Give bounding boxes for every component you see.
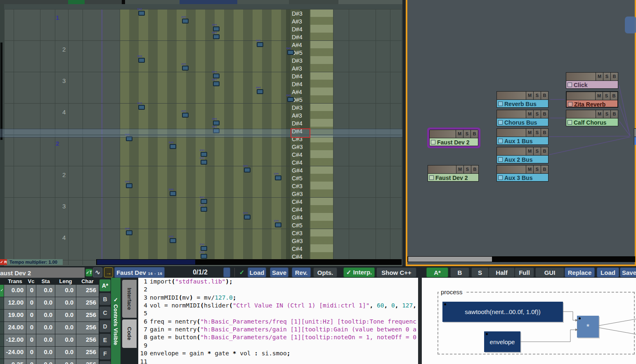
row-check[interactable] — [0, 322, 4, 334]
table-cell[interactable]: -12.00 — [4, 334, 26, 346]
row-check[interactable] — [0, 297, 4, 309]
table-cell[interactable]: 12.00 — [4, 297, 26, 309]
table-cell[interactable]: 0.0 — [55, 285, 76, 297]
mixer-module[interactable]: MSBClick — [566, 72, 618, 89]
half-button[interactable]: Half — [489, 267, 515, 277]
module-checkbox[interactable] — [567, 83, 572, 87]
note-name-cell[interactable]: G#3 — [292, 144, 303, 150]
note-block[interactable] — [213, 34, 220, 39]
note-name-cell[interactable]: A#3 — [292, 112, 302, 119]
mute-button[interactable]: M — [526, 129, 533, 137]
note-block[interactable] — [201, 246, 207, 251]
show-cpp-button[interactable]: Show C++ — [376, 267, 416, 277]
table-cell[interactable]: 0.0 — [55, 310, 76, 321]
solo-button[interactable]: S — [463, 130, 470, 138]
row-check[interactable]: ✓ — [0, 285, 4, 297]
note-name-cell[interactable]: C#4 — [292, 246, 303, 252]
note-name-cell[interactable]: D#3 — [292, 57, 303, 64]
note-name-cell[interactable]: D#3 — [292, 10, 303, 17]
module-volume-slider[interactable] — [428, 165, 456, 173]
note-name-cell[interactable]: C#5 — [292, 222, 303, 229]
sawtooth-block[interactable]: sawtooth(nent...00.0f, 1.0f)) — [442, 302, 563, 322]
note-block[interactable] — [170, 144, 176, 149]
table-cell[interactable]: 0.25 — [4, 359, 26, 364]
note-name-cell[interactable]: G#4 — [292, 167, 303, 174]
note-name-cell[interactable]: A#4 — [292, 42, 302, 48]
table-cell[interactable]: 256 — [76, 322, 99, 334]
mixer-module[interactable]: MSBReverb Bus — [497, 91, 549, 108]
solo-button[interactable]: S — [533, 110, 541, 118]
note-block[interactable] — [213, 81, 220, 86]
row-check[interactable] — [0, 310, 4, 321]
note-block[interactable] — [170, 238, 176, 243]
note-block[interactable] — [138, 58, 145, 63]
gui-button[interactable]: GUI — [535, 267, 564, 277]
opts-button[interactable]: Opts. — [313, 267, 337, 277]
panel-divider[interactable] — [418, 278, 422, 364]
faust-code-editor[interactable]: 1import("stdfaust.lib");23normMIDI(mv) =… — [138, 278, 418, 364]
table-cell[interactable]: 0.0 — [55, 322, 76, 334]
row-check[interactable] — [0, 359, 4, 364]
replace-button[interactable]: Replace — [565, 267, 595, 277]
note-block[interactable] — [257, 89, 263, 94]
note-block[interactable] — [182, 113, 189, 118]
table-cell[interactable]: 256 — [76, 334, 99, 346]
note-name-cell[interactable]: C#5 — [292, 175, 303, 182]
preset-tab-G[interactable]: G — [99, 361, 111, 364]
table-cell[interactable]: 0.0 — [36, 310, 55, 321]
bypass-button[interactable]: B — [471, 165, 478, 173]
table-cell[interactable]: 0 — [26, 334, 36, 346]
note-name-cell[interactable]: D#4 — [292, 26, 303, 33]
note-name-cell[interactable]: G#3 — [292, 191, 303, 197]
solo-button[interactable]: S — [533, 165, 541, 173]
note-block[interactable] — [138, 11, 145, 16]
save2-button[interactable]: Save — [620, 267, 636, 277]
bypass-button[interactable]: B — [541, 110, 548, 118]
squiggle-button[interactable]: ∿ — [93, 267, 102, 277]
note-block[interactable] — [244, 215, 251, 220]
table-cell[interactable]: 0.0 — [36, 359, 55, 364]
table-cell[interactable]: 0.0 — [55, 297, 76, 309]
note-block[interactable] — [201, 207, 207, 212]
module-checkbox[interactable] — [498, 120, 503, 125]
table-cell[interactable]: 256 — [76, 297, 99, 309]
note-block[interactable] — [170, 191, 176, 196]
preset-tab-F[interactable]: F — [99, 347, 111, 359]
note-block[interactable] — [201, 199, 207, 204]
note-block[interactable] — [213, 26, 220, 31]
note-block[interactable] — [201, 152, 207, 157]
note-block[interactable] — [126, 183, 132, 188]
module-volume-slider[interactable] — [566, 110, 596, 118]
table-cell[interactable]: 0 — [26, 347, 36, 359]
tab-code[interactable]: Code — [122, 319, 137, 348]
table-cell[interactable]: 0.0 — [55, 347, 76, 359]
module-volume-slider[interactable] — [497, 129, 526, 137]
module-checkbox[interactable] — [498, 157, 503, 162]
preset-tab-E[interactable]: E — [99, 334, 111, 346]
note-name-cell[interactable]: C#3 — [292, 230, 303, 236]
solo-button[interactable]: S — [603, 92, 610, 100]
mute-button[interactable]: M — [456, 130, 463, 138]
note-block[interactable] — [275, 222, 281, 227]
module-checkbox[interactable] — [498, 175, 503, 180]
edit-cursor-cell[interactable] — [291, 128, 310, 138]
rev-button[interactable]: Rev. — [292, 267, 311, 277]
note-block[interactable] — [244, 168, 251, 173]
note-name-cell[interactable]: G#3 — [292, 238, 303, 244]
tracker-hscrollbar-thumb[interactable] — [97, 260, 195, 265]
module-checkbox[interactable] — [498, 102, 503, 106]
solo-button[interactable]: S — [533, 92, 541, 99]
table-cell[interactable]: 256 — [76, 310, 99, 321]
note-name-cell[interactable]: A#3 — [292, 18, 302, 25]
table-cell[interactable]: 0.00 — [4, 285, 26, 297]
note-name-cell[interactable]: D#4 — [292, 120, 303, 127]
faust-dev-button[interactable]: Faust Dev16 - 16 — [114, 267, 165, 278]
save-button[interactable]: Save — [270, 267, 288, 277]
note-name-cell[interactable]: C#4 — [292, 151, 303, 158]
solo-button[interactable]: S — [603, 73, 610, 80]
note-block[interactable] — [275, 175, 281, 180]
record-toggle[interactable]: ✓ R — [0, 259, 7, 265]
table-cell[interactable]: 0.0 — [36, 322, 55, 334]
note-block[interactable] — [287, 50, 294, 55]
solo-button[interactable]: S — [533, 129, 541, 137]
